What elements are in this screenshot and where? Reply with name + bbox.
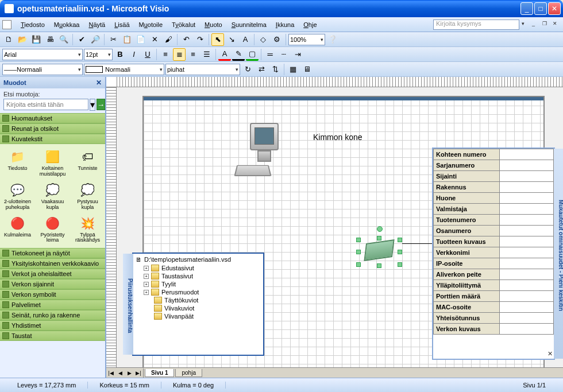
cut-button[interactable]: ✂ bbox=[107, 33, 119, 46]
prop-value[interactable] bbox=[499, 171, 553, 182]
rotate-button[interactable]: ↻ bbox=[241, 63, 254, 76]
tree-node[interactable]: +Edustasivut bbox=[144, 264, 261, 272]
prop-value[interactable] bbox=[499, 258, 553, 269]
stencil-header[interactable]: Taustat bbox=[0, 331, 105, 341]
size-combo[interactable]: 12pt▾ bbox=[84, 49, 113, 60]
maximize-button[interactable]: □ bbox=[534, 2, 547, 15]
align-right-button[interactable]: ≡ bbox=[187, 48, 199, 61]
menu-window[interactable]: Ikkuna bbox=[271, 20, 299, 29]
align-justify-button[interactable]: ☰ bbox=[200, 48, 213, 61]
menu-tools[interactable]: Työkalut bbox=[167, 20, 200, 29]
mdi-max[interactable]: ❐ bbox=[542, 21, 550, 29]
close-button[interactable]: ✕ bbox=[548, 2, 561, 15]
shapes-button[interactable]: ◇ bbox=[257, 33, 269, 46]
shapes-close-button[interactable]: ✕ bbox=[96, 79, 102, 87]
flip-v-button[interactable]: ⇅ bbox=[269, 63, 282, 76]
tree-node[interactable]: Viivanpäät bbox=[154, 312, 261, 320]
pointer-tool[interactable]: ⬉ bbox=[211, 33, 224, 46]
shape-master[interactable]: 🟨Keltainen muistilappu bbox=[36, 148, 69, 178]
tab-first-button[interactable]: |◀ bbox=[106, 368, 115, 378]
prop-value[interactable] bbox=[499, 269, 553, 280]
redo-button[interactable]: ↷ bbox=[194, 33, 206, 46]
spell-button[interactable]: ✔ bbox=[75, 33, 88, 46]
prop-value[interactable] bbox=[499, 313, 553, 324]
paste-button[interactable]: 📄 bbox=[134, 33, 147, 46]
shape-master[interactable]: 💥Tylppä räiskähdys bbox=[71, 214, 104, 245]
prop-value[interactable] bbox=[499, 302, 553, 313]
prop-value[interactable] bbox=[499, 280, 553, 291]
stencil-header[interactable]: Verkon symbolit bbox=[0, 289, 105, 300]
zoom-combo[interactable]: 100%▾ bbox=[288, 34, 325, 45]
custom-properties-pane[interactable]: Mukautetut ominaisuudet - Pieni keskitin… bbox=[432, 148, 555, 360]
search-shapes-input[interactable] bbox=[3, 99, 88, 110]
drawing-root[interactable]: D:\temp\opetusmateriaaliin.vsd bbox=[144, 256, 231, 263]
shape-master[interactable]: 🔴Pyöristetty leima bbox=[36, 214, 69, 245]
prop-value[interactable] bbox=[499, 247, 553, 258]
align-left-button[interactable]: ≡ bbox=[159, 48, 172, 61]
copy-button[interactable]: 📋 bbox=[121, 33, 133, 46]
menu-view[interactable]: Näytä bbox=[84, 20, 110, 29]
format-painter-button[interactable]: 🖌 bbox=[162, 33, 175, 46]
stencil-header[interactable]: Tietokoneet ja näytöt bbox=[0, 248, 105, 258]
stencil-header[interactable]: Reunat ja otsikot bbox=[0, 123, 105, 134]
tree-node[interactable]: Viivakuviot bbox=[154, 304, 261, 312]
ask-dropdown[interactable]: ▾ bbox=[522, 21, 530, 29]
minimize-button[interactable]: _ bbox=[520, 2, 533, 15]
align-center-button[interactable]: ≣ bbox=[173, 48, 186, 61]
open-button[interactable]: 📂 bbox=[16, 33, 29, 46]
stencil-header[interactable]: Yhdistimet bbox=[0, 320, 105, 331]
pc-shape[interactable] bbox=[236, 123, 293, 180]
shape-label[interactable]: Kimmon kone bbox=[313, 133, 363, 142]
menu-help[interactable]: Ohje bbox=[299, 20, 321, 29]
prop-value[interactable] bbox=[499, 291, 553, 302]
prop-value[interactable] bbox=[499, 215, 553, 226]
stencil-header[interactable]: Yksityiskohtainen verkkokaavio bbox=[0, 258, 105, 269]
menu-format[interactable]: Muotoile bbox=[134, 20, 168, 29]
shape-master[interactable]: 📁Tiedosto bbox=[1, 148, 34, 178]
help-button[interactable]: ❔ bbox=[326, 33, 339, 46]
line-pattern-button[interactable]: ┄ bbox=[277, 48, 290, 61]
drawing-explorer-pane[interactable]: Piirustuksenhallinta 🗎D:\temp\opetusmate… bbox=[132, 253, 264, 356]
line-weight-button[interactable]: ═ bbox=[264, 48, 276, 61]
line-ends-button[interactable]: ⇥ bbox=[291, 48, 304, 61]
shape-master[interactable]: 🔴Kulmaleima bbox=[1, 214, 34, 245]
tab-last-button[interactable]: ▶| bbox=[134, 368, 143, 378]
search-go-button[interactable]: → bbox=[97, 99, 105, 110]
menu-insert[interactable]: Lisää bbox=[110, 20, 134, 29]
layer-combo[interactable]: piuhat▾ bbox=[165, 64, 240, 75]
tree-node[interactable]: +Tyylit bbox=[144, 280, 261, 288]
font-combo[interactable]: Arial▾ bbox=[2, 49, 83, 60]
custom-props-close[interactable]: ✕ bbox=[547, 350, 553, 358]
prop-value[interactable] bbox=[499, 204, 553, 215]
page-tab-1[interactable]: Sivu 1 bbox=[145, 369, 174, 377]
research-button[interactable]: 🔎 bbox=[89, 33, 102, 46]
fill-color-button[interactable]: ▢ bbox=[246, 48, 259, 61]
page-tab-2[interactable]: pohja bbox=[175, 369, 202, 377]
shape-master[interactable]: 💭Vaakasuu kupla bbox=[36, 181, 69, 212]
menu-shape[interactable]: Muoto bbox=[200, 20, 227, 29]
tab-next-button[interactable]: ▶ bbox=[125, 368, 134, 378]
prop-value[interactable] bbox=[499, 324, 553, 335]
hub-shape-selected[interactable] bbox=[356, 229, 402, 269]
tree-node[interactable]: Täyttökuviot bbox=[154, 296, 261, 304]
mdi-close[interactable]: ✕ bbox=[553, 21, 561, 29]
prop-value[interactable] bbox=[499, 149, 553, 160]
line-style-combo[interactable]: —— Normaali▾ bbox=[2, 64, 83, 75]
text-tool[interactable]: A bbox=[239, 33, 252, 46]
display-button[interactable]: 🖥 bbox=[300, 63, 313, 76]
prop-value[interactable] bbox=[499, 226, 553, 236]
bg-button[interactable]: ▦ bbox=[287, 63, 299, 76]
line-color-button[interactable]: ✎ bbox=[232, 48, 245, 61]
stencil-header[interactable]: Verkot ja oheislaitteet bbox=[0, 269, 105, 279]
prop-value[interactable] bbox=[499, 236, 553, 247]
tree-node[interactable]: +Taustasivut bbox=[144, 272, 261, 280]
shape-master[interactable]: 💭Pystysuu kupla bbox=[71, 181, 104, 212]
tree-node[interactable]: +Perusmuodot bbox=[144, 288, 261, 296]
stencil-header[interactable]: Seinät, runko ja rakenne bbox=[0, 310, 105, 320]
stencil-header[interactable]: Kuvatekstit bbox=[0, 134, 105, 144]
prop-value[interactable] bbox=[499, 182, 553, 193]
connector-tool[interactable]: ↘ bbox=[225, 33, 238, 46]
flip-h-button[interactable]: ⇄ bbox=[255, 63, 268, 76]
shape-master[interactable]: 💬2-ulotteinen puhekupla bbox=[1, 181, 34, 212]
shape-master[interactable]: 🏷Tunniste bbox=[71, 148, 104, 178]
